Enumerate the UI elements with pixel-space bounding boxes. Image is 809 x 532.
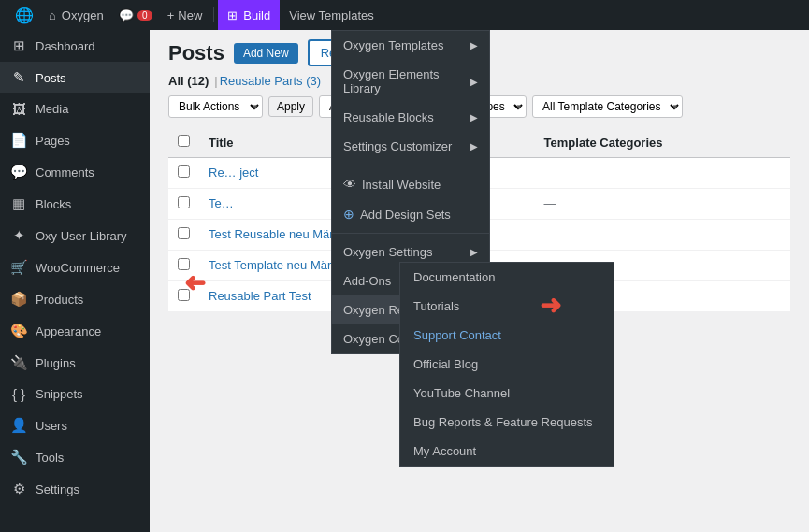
submenu-item-tutorials[interactable]: Tutorials xyxy=(400,292,614,321)
row-categories-cell: — xyxy=(535,189,790,220)
sidebar-item-pages[interactable]: 📄 Pages xyxy=(0,124,150,156)
red-arrow-left: ➜ xyxy=(184,267,206,298)
admin-bar-globe[interactable]: 🌐 xyxy=(7,0,41,30)
menu-item-oxygen-templates[interactable]: Oxygen Templates ▶ xyxy=(332,31,489,60)
sidebar-item-comments[interactable]: 💬 Comments xyxy=(0,156,150,188)
template-categories-wrapper: All Template Categories xyxy=(532,95,683,118)
row-categories-cell xyxy=(535,220,790,251)
sidebar-item-plugins[interactable]: 🔌 Plugins xyxy=(0,347,150,379)
chevron-right-icon: ▶ xyxy=(470,77,478,87)
sidebar-label-comments: Comments xyxy=(36,165,94,180)
menu-item-install-website[interactable]: 👁 Install Website xyxy=(332,169,489,199)
sidebar-item-snippets[interactable]: { } Snippets xyxy=(0,379,150,410)
oxy-icon: ✦ xyxy=(9,227,28,244)
row-categories-cell xyxy=(535,158,790,189)
admin-bar-home[interactable]: ⌂ Oxygen xyxy=(41,0,111,30)
row-checkbox[interactable] xyxy=(178,196,190,208)
menu-divider-2 xyxy=(332,233,489,234)
view-templates-label: View Templates xyxy=(289,8,374,22)
row-checkbox[interactable] xyxy=(178,165,190,178)
sidebar-label-media: Media xyxy=(36,102,68,116)
sidebar-label-blocks: Blocks xyxy=(36,197,71,211)
main-content: Posts Add New Reusable Part All (12) | R… xyxy=(150,30,809,532)
snippets-icon: { } xyxy=(9,386,28,402)
menu-label-add-ons: Add-Ons xyxy=(343,274,391,288)
tools-icon: 🔧 xyxy=(9,449,28,466)
post-title-link[interactable]: Re… ject xyxy=(209,165,258,180)
globe-icon: 🌐 xyxy=(15,7,34,24)
chevron-right-icon: ▶ xyxy=(470,112,478,122)
sidebar-item-users[interactable]: 👤 Users xyxy=(0,410,150,441)
submenu-item-youtube-channel[interactable]: YouTube Channel xyxy=(400,379,614,408)
submenu-item-support-contact[interactable]: Support Contact xyxy=(400,321,614,350)
add-new-button[interactable]: Add New xyxy=(234,43,298,64)
resources-submenu: Documentation Tutorials Support Contact … xyxy=(399,262,614,467)
plugins-icon: 🔌 xyxy=(9,354,28,371)
sidebar-label-tools: Tools xyxy=(36,451,64,465)
bar-separator xyxy=(213,7,214,22)
apply-button[interactable]: Apply xyxy=(268,96,313,117)
chevron-right-icon: ▶ xyxy=(470,247,478,257)
comments-icon: 💬 xyxy=(9,164,28,180)
select-all-checkbox[interactable] xyxy=(178,135,190,147)
submenu-label-my-account: My Account xyxy=(413,444,476,458)
sidebar-item-woocommerce[interactable]: 🛒 WooCommerce xyxy=(0,252,150,283)
comment-icon: 💬 xyxy=(119,8,134,22)
row-checkbox-cell xyxy=(168,220,199,251)
sidebar-label-posts: Posts xyxy=(36,71,66,85)
submenu-item-official-blog[interactable]: Official Blog xyxy=(400,350,614,379)
menu-item-settings-customizer[interactable]: Settings Customizer ▶ xyxy=(332,132,489,161)
filter-tab-all[interactable]: All (12) xyxy=(168,74,209,88)
menu-label-settings-customizer: Settings Customizer xyxy=(343,139,452,153)
submenu-label-official-blog: Official Blog xyxy=(413,357,478,371)
sidebar-item-tools[interactable]: 🔧 Tools xyxy=(0,441,150,473)
menu-label-reusable-blocks: Reusable Blocks xyxy=(343,110,434,124)
sidebar-item-blocks[interactable]: ▦ Blocks xyxy=(0,188,150,220)
menu-item-reusable-blocks[interactable]: Reusable Blocks ▶ xyxy=(332,103,489,132)
sidebar-item-products[interactable]: 📦 Products xyxy=(0,283,150,315)
row-checkbox-cell xyxy=(168,189,199,220)
submenu-label-tutorials: Tutorials xyxy=(413,299,459,313)
wp-layout: ⊞ Dashboard ✎ Posts 🖼 Media 📄 Pages 💬 Co… xyxy=(0,30,809,532)
post-title-link[interactable]: Te… xyxy=(209,196,234,210)
sidebar-item-appearance[interactable]: 🎨 Appearance xyxy=(0,315,150,347)
users-icon: 👤 xyxy=(9,417,28,434)
sidebar-item-posts[interactable]: ✎ Posts xyxy=(0,62,150,93)
template-categories-select[interactable]: All Template Categories xyxy=(532,95,683,118)
bulk-action-select[interactable]: Bulk Actions xyxy=(168,95,263,118)
admin-bar-comments[interactable]: 💬 0 xyxy=(111,0,160,30)
eye-icon: 👁 xyxy=(343,177,356,192)
sidebar-label-users: Users xyxy=(36,419,67,433)
build-label: Build xyxy=(243,8,270,22)
sidebar-label-woo: WooCommerce xyxy=(36,261,120,275)
filter-tab-reusable[interactable]: Reusable Parts (3) xyxy=(220,74,321,88)
site-name: Oxygen xyxy=(62,8,104,22)
posts-icon: ✎ xyxy=(9,69,28,86)
menu-label-install-website: Install Website xyxy=(362,178,441,192)
menu-label-oxygen-settings: Oxygen Settings xyxy=(343,245,432,259)
admin-bar-new[interactable]: + New xyxy=(160,0,210,30)
post-title-link[interactable]: Reusable Part Test xyxy=(209,289,311,303)
appearance-icon: 🎨 xyxy=(9,323,28,339)
sidebar-item-oxy-user-library[interactable]: ✦ Oxy User Library xyxy=(0,220,150,252)
sidebar-item-settings[interactable]: ⚙ Settings xyxy=(0,473,150,505)
comments-badge: 0 xyxy=(137,10,152,21)
sidebar-label-products: Products xyxy=(36,293,83,307)
submenu-item-bug-reports[interactable]: Bug Reports & Feature Requests xyxy=(400,408,614,437)
menu-item-oxygen-elements-library[interactable]: Oxygen Elements Library ▶ xyxy=(332,60,489,103)
menu-item-add-design-sets[interactable]: ⊕ Add Design Sets xyxy=(332,199,489,229)
sidebar-item-dashboard[interactable]: ⊞ Dashboard xyxy=(0,30,150,62)
grid-icon: ⊞ xyxy=(227,8,238,22)
submenu-label-bug-reports: Bug Reports & Feature Requests xyxy=(413,415,593,429)
submenu-label-support-contact: Support Contact xyxy=(413,328,501,342)
row-checkbox[interactable] xyxy=(178,227,190,239)
sidebar: ⊞ Dashboard ✎ Posts 🖼 Media 📄 Pages 💬 Co… xyxy=(0,30,150,532)
sidebar-label-plugins: Plugins xyxy=(36,356,76,370)
view-templates-button[interactable]: View Templates xyxy=(280,0,383,30)
sidebar-item-media[interactable]: 🖼 Media xyxy=(0,93,150,124)
plus-circle-icon: ⊕ xyxy=(343,207,354,222)
menu-label-oxygen-templates: Oxygen Templates xyxy=(343,38,443,52)
submenu-item-my-account[interactable]: My Account xyxy=(400,437,614,466)
build-button[interactable]: ⊞ Build xyxy=(218,0,280,30)
submenu-item-documentation[interactable]: Documentation xyxy=(400,263,614,292)
